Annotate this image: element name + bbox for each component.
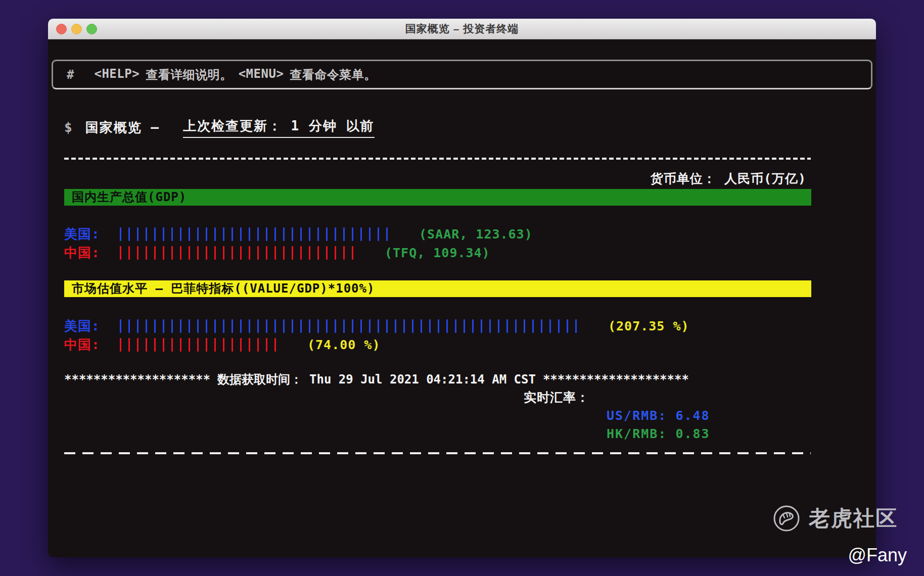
bar-pipe: [326, 319, 328, 333]
bar-pipe: [128, 246, 130, 260]
bar-pipe: [197, 338, 199, 352]
bar-pipe: [464, 319, 465, 333]
country-label: 美国:: [64, 317, 120, 335]
bar-pipe: [300, 227, 302, 241]
dashed-divider-bottom: [64, 452, 811, 454]
terminal-window: 国家概览 – 投资者终端 # <HELP> 查看详细说明。 <MENU> 查看命…: [48, 19, 876, 557]
bar-pipe: [386, 319, 388, 333]
bar-pipe: [232, 227, 233, 241]
last-update-status: 上次检查更新： 1 分钟 以前: [183, 117, 375, 138]
bar-value: (TFQ, 109.34): [385, 246, 490, 260]
traffic-lights: [56, 24, 97, 34]
bar-track: [120, 318, 584, 333]
bar-pipe: [240, 338, 242, 352]
bar-pipe: [326, 227, 328, 241]
page-title: 国家概览 –: [85, 119, 160, 136]
bar-track: [120, 226, 395, 242]
minimize-button[interactable]: [71, 24, 82, 34]
bar-pipe: [163, 319, 164, 333]
bar-pipe: [335, 246, 336, 260]
bar-pipe: [146, 227, 147, 241]
bar-pipe: [189, 246, 190, 260]
bar-pipe: [206, 227, 207, 241]
bar-pipe: [197, 319, 199, 333]
bar-track: [120, 245, 360, 260]
menu-command[interactable]: <MENU>: [239, 67, 284, 83]
bar-pipe: [257, 319, 259, 333]
bar-pipe: [214, 227, 216, 241]
window-title: 国家概览 – 投资者终端: [405, 22, 519, 36]
bar-pipe: [343, 227, 345, 241]
bar-pipe: [171, 338, 173, 352]
bar-pipe: [154, 227, 156, 241]
bar-pipe: [128, 227, 130, 241]
bar-pipe: [189, 227, 190, 241]
bar-pipe: [146, 246, 147, 260]
bar-pipe: [197, 246, 199, 260]
bar-pipe: [292, 227, 293, 241]
help-bar: # <HELP> 查看详细说明。 <MENU> 查看命令菜单。: [52, 60, 872, 89]
hash-prompt: #: [67, 68, 74, 82]
bar-pipe: [292, 246, 293, 260]
bar-pipe: [575, 319, 577, 333]
bar-pipe: [137, 338, 138, 352]
bar-pipe: [472, 319, 474, 333]
bar-pipe: [120, 227, 121, 241]
fx-rate-title: 实时汇率：: [524, 389, 589, 406]
bar-pipe: [232, 319, 233, 333]
bar-pipe: [524, 319, 525, 333]
stars-right: ********************: [543, 372, 689, 387]
bar-pipe: [154, 338, 156, 352]
bar-pipe: [257, 227, 259, 241]
fetch-time-line: ******************** 数据获取时间： Thu 29 Jul …: [64, 370, 689, 389]
fx-rate-hkd: HK/RMB: 0.83: [607, 426, 710, 441]
bar-pipe: [378, 319, 379, 333]
bar-pipe: [180, 319, 181, 333]
bar-pipe: [206, 319, 207, 333]
bar-track: [120, 337, 283, 352]
bar-pipe: [249, 227, 250, 241]
tiger-logo-icon: [772, 504, 801, 533]
bar-pipe: [446, 319, 448, 333]
bar-pipe: [352, 246, 353, 260]
bar-pipe: [274, 338, 276, 352]
bar-pipe: [300, 246, 302, 260]
titlebar[interactable]: 国家概览 – 投资者终端: [48, 19, 876, 39]
bar-pipe: [214, 246, 216, 260]
bar-pipe: [257, 246, 259, 260]
bar-pipe: [506, 319, 508, 333]
fetch-time-label: 数据获取时间：: [217, 371, 302, 388]
community-name: 老虎社区: [809, 504, 898, 533]
bar-pipe: [549, 319, 551, 333]
bar-pipe: [146, 319, 147, 333]
bar-pipe: [360, 227, 362, 241]
bar-pipe: [558, 319, 560, 333]
command-line: $ 国家概览 – 上次检查更新： 1 分钟 以前: [64, 117, 375, 137]
bar-pipe: [266, 338, 267, 352]
bar-pipe: [481, 319, 482, 333]
bar-pipe: [335, 227, 336, 241]
close-button[interactable]: [56, 24, 67, 34]
dollar-prompt: $: [64, 120, 72, 135]
bar-pipe: [171, 227, 173, 241]
bar-pipe: [257, 338, 259, 352]
bar-pipe: [189, 338, 190, 352]
bar-pipe: [214, 319, 216, 333]
bar-pipe: [421, 319, 422, 333]
help-command[interactable]: <HELP>: [94, 67, 140, 83]
bar-pipe: [395, 319, 396, 333]
bar-pipe: [266, 227, 267, 241]
author-watermark: @Fany: [848, 545, 907, 566]
bar-pipe: [283, 227, 285, 241]
bar-pipe: [403, 319, 405, 333]
bar-pipe: [146, 338, 147, 352]
bar-pipe: [128, 319, 130, 333]
bar-pipe: [429, 319, 431, 333]
bar-value: (74.00 %): [307, 338, 380, 352]
community-watermark: 老虎社区: [772, 504, 898, 533]
bar-pipe: [567, 319, 568, 333]
bar-pipe: [180, 246, 181, 260]
bar-pipe: [352, 319, 353, 333]
zoom-button[interactable]: [86, 24, 97, 34]
bar-pipe: [489, 319, 491, 333]
